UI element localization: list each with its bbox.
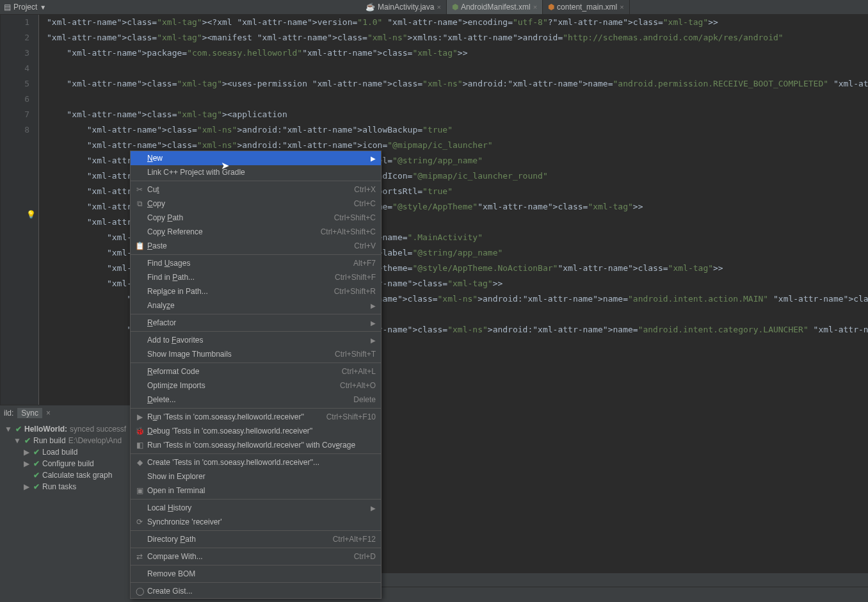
menu-label: Find in Path... [147,273,195,282]
chevron-icon[interactable]: ▶ [22,459,31,468]
code-line[interactable]: "xml-attr-name">class="xml-ns">android:"… [47,122,868,138]
menu-shortcut: Ctrl+Alt+L [342,367,376,376]
menu-shortcut: Ctrl+Alt+F12 [333,535,376,544]
menu-item-directory-path[interactable]: Directory PathCtrl+Alt+F12 [131,532,381,546]
menu-item-open-in-terminal[interactable]: ▣Open in Terminal [131,484,381,498]
chevron-down-icon[interactable]: ▼ [4,425,13,434]
menu-item-analyze[interactable]: Analyze▶ [131,298,381,313]
menu-item-show-image-thumbnails[interactable]: Show Image ThumbnailsCtrl+Shift+T [131,347,381,361]
menu-label: Delete... [147,395,176,404]
menu-label: Refactor [147,318,176,327]
menu-item-remove-bom[interactable]: Remove BOM [131,567,381,581]
menu-shortcut: Ctrl+Shift+T [335,350,376,359]
menu-item-copy[interactable]: ⧉CopyCtrl+C [131,197,381,211]
line-number: 2 [1,30,29,45]
menu-item-find-usages[interactable]: Find UsagesAlt+F7 [131,256,381,270]
menu-shortcut: Alt+F7 [353,259,376,268]
java-icon: ☕ [366,3,375,12]
menu-item-synchronize-receiver-[interactable]: ⟳Synchronize 'receiver' [131,515,381,529]
code-line[interactable] [47,61,868,76]
menu-item-compare-with-[interactable]: ⇄Compare With...Ctrl+D [131,549,381,564]
close-icon[interactable]: × [533,3,537,11]
menu-label: Add to Favorites [147,336,203,345]
menu-item-refactor[interactable]: Refactor▶ [131,316,381,330]
menu-item-add-to-favorites[interactable]: Add to Favorites▶ [131,333,381,347]
menu-item-run-tests-in-com-soeasy-hellow[interactable]: ▶Run 'Tests in 'com.soeasy.helloworld.re… [131,410,381,424]
close-icon[interactable]: × [620,3,623,11]
menu-shortcut: Ctrl+Shift+F10 [326,412,376,421]
menu-separator [131,314,381,314]
menu-item-run-tests-in-com-soeasy-hellow[interactable]: ◧Run 'Tests in 'com.soeasy.helloworld.re… [131,438,381,452]
code-line[interactable]: "xml-attr-name">class="xml-tag"><?xml "x… [47,15,868,30]
chevron-icon[interactable]: ▼ [13,436,22,445]
menu-separator [131,453,381,454]
line-number: 3 [1,45,29,61]
tab-manifest[interactable]: ⬢ AndroidManifest.xml × [447,0,543,14]
menu-item-copy-reference[interactable]: Copy ReferenceCtrl+Alt+Shift+C [131,225,381,239]
menu-shortcut: Ctrl+Shift+C [334,213,376,222]
check-icon: ✔ [33,482,40,491]
code-line[interactable]: "xml-attr-name">class="xml-tag"><manifes… [47,30,868,45]
chevron-icon[interactable]: ▶ [22,482,31,491]
menu-item-find-in-path-[interactable]: Find in Path...Ctrl+Shift+F [131,270,381,284]
menu-separator [131,530,381,531]
code-line[interactable]: "xml-attr-name">class="xml-tag"><applica… [47,107,868,122]
line-number: 1 [1,15,29,30]
menu-item-create-tests-in-com-soeasy-hel[interactable]: ◆Create 'Tests in 'com.soeasy.helloworld… [131,455,381,469]
menu-label: Synchronize 'receiver' [147,517,222,526]
menu-shortcut: Ctrl+C [354,199,376,208]
chevron-right-icon: ▶ [371,155,376,162]
menu-separator [131,565,381,565]
menu-item-local-history[interactable]: Local History▶ [131,501,381,515]
check-icon: ✔ [33,471,40,480]
code-line[interactable]: "xml-attr-name">package="com.soeasy.hell… [47,45,868,61]
close-icon[interactable]: × [46,409,51,418]
menu-item-reformat-code[interactable]: Reformat CodeCtrl+Alt+L [131,364,381,378]
menu-item-show-in-explorer[interactable]: Show in Explorer [131,469,381,484]
folder-icon: ▤ [4,3,11,12]
tab-content-main[interactable]: ⬢ content_main.xml × [543,0,629,14]
menu-item-paste[interactable]: 📋PasteCtrl+V [131,239,381,253]
menu-item-link-c-project-with-gradle[interactable]: Link C++ Project with Gradle [131,165,381,179]
menu-shortcut: Ctrl+V [354,241,376,250]
menu-item-optimize-imports[interactable]: Optimize ImportsCtrl+Alt+O [131,378,381,393]
menu-label: Directory Path [147,535,196,544]
menu-item-new[interactable]: New▶ [131,151,381,165]
menu-shortcut: Ctrl+Shift+F [335,273,376,282]
menu-item-create-gist-[interactable]: ◯Create Gist... [131,584,381,598]
menu-separator [131,408,381,409]
code-line[interactable]: "xml-attr-name">class="xml-tag"><uses-pe… [47,76,868,92]
tab-mainactivity[interactable]: ☕ MainActivity.java × [360,0,447,14]
code-line[interactable] [47,92,868,107]
menu-label: Analyze [147,301,175,310]
project-dropdown[interactable]: Project [13,3,37,12]
create-icon: ◆ [134,458,145,467]
context-menu: New▶Link C++ Project with Gradle✂CutCtrl… [130,150,382,599]
menu-item-delete-[interactable]: Delete...Delete [131,393,381,407]
menu-separator [131,331,381,332]
menu-label: Optimize Imports [147,381,205,390]
chevron-down-icon[interactable]: ▼ [40,4,46,11]
lightbulb-icon[interactable]: 💡 [26,210,36,219]
close-icon[interactable]: × [437,3,440,11]
sync-tab[interactable]: Sync [17,408,42,418]
chevron-right-icon: ▶ [371,302,376,309]
line-number: 6 [1,92,29,107]
chevron-right-icon: ▶ [371,320,376,327]
menu-item-copy-path[interactable]: Copy PathCtrl+Shift+C [131,211,381,225]
line-number: 5 [1,76,29,92]
menu-label: Paste [147,241,167,250]
menu-separator [131,254,381,255]
menu-shortcut: Delete [353,395,376,404]
check-icon: ✔ [15,425,22,434]
menu-item-debug-tests-in-com-soeasy-hell[interactable]: 🐞Debug 'Tests in 'com.soeasy.helloworld.… [131,424,381,438]
menu-item-cut[interactable]: ✂CutCtrl+X [131,183,381,197]
menu-item-replace-in-path-[interactable]: Replace in Path...Ctrl+Shift+R [131,284,381,298]
xml-icon: ⬢ [548,3,554,12]
menu-shortcut: Ctrl+Alt+Shift+C [321,227,376,236]
paste-icon: 📋 [134,241,145,250]
chevron-icon[interactable]: ▶ [22,448,31,457]
menu-label: Show Image Thumbnails [147,350,232,359]
menu-label: Compare With... [147,552,203,561]
menu-label: Run 'Tests in 'com.soeasy.helloworld.rec… [147,441,355,450]
